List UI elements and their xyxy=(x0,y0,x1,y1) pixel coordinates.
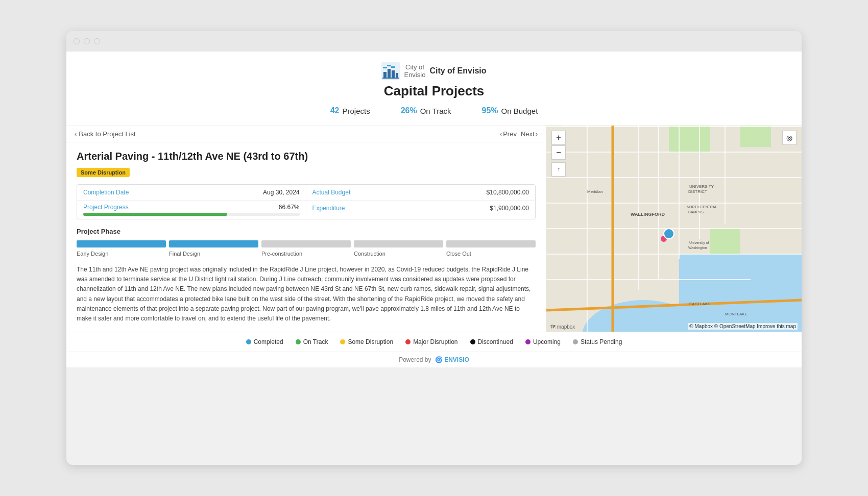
locate-button[interactable]: ◎ xyxy=(782,131,797,145)
progress-bar-bg xyxy=(83,213,300,216)
phase-bar-4 xyxy=(446,240,536,247)
projects-stat: 42 Projects xyxy=(330,106,370,115)
brand-small: City of xyxy=(404,63,425,71)
phase-bars xyxy=(77,240,536,247)
brand-city: Envisio xyxy=(404,71,425,79)
footer-legend: Completed On Track Some Disruption Major… xyxy=(66,332,802,352)
legend-upcoming: Upcoming xyxy=(525,338,561,345)
svg-rect-13 xyxy=(669,126,710,152)
zoom-out-button[interactable]: − xyxy=(551,145,566,160)
status-pending-dot xyxy=(573,339,578,344)
compass-button[interactable]: ↑ xyxy=(551,162,566,177)
completion-date-value: Aug 30, 2024 xyxy=(263,189,299,196)
projects-label: Projects xyxy=(342,107,370,115)
info-bottom-row: Project Progress 66.67% Expenditure $1,9… xyxy=(77,201,535,219)
attribution-text: © Mapbox © OpenStreetMap Improve this ma… xyxy=(689,324,796,329)
svg-rect-1 xyxy=(383,72,387,78)
brand-logo xyxy=(381,62,400,80)
envisio-logo: 🌀 ENVISIO xyxy=(435,356,469,363)
upcoming-dot xyxy=(525,339,531,344)
svg-rect-7 xyxy=(391,66,395,68)
svg-text:University of: University of xyxy=(689,241,709,245)
info-grid: Completion Date Aug 30, 2024 Actual Budg… xyxy=(77,184,536,219)
legend-major-disruption: Major Disruption xyxy=(405,338,457,345)
on-budget-pct: 95% xyxy=(482,106,498,115)
svg-rect-6 xyxy=(387,65,391,66)
page-title: Capital Projects xyxy=(77,83,791,99)
app-window: City of Envisio City of Envisio Capital … xyxy=(66,31,802,465)
project-title: Arterial Paving - 11th/12th Ave NE (43rd… xyxy=(77,151,536,162)
on-track-dot xyxy=(296,339,301,344)
svg-rect-15 xyxy=(710,229,740,254)
prev-next-nav: ‹ Prev Next › xyxy=(500,130,538,138)
content-area: City of Envisio City of Envisio Capital … xyxy=(66,52,802,367)
back-to-list-button[interactable]: ‹ Back to Project List xyxy=(75,130,136,138)
prev-arrow-icon: ‹ xyxy=(500,130,502,138)
expenditure-label: Expenditure xyxy=(312,205,345,215)
on-budget-label: On Budget xyxy=(501,107,538,115)
legend-some-disruption: Some Disruption xyxy=(340,338,393,345)
expenditure-cell: Expenditure $1,900,000.00 xyxy=(306,201,536,219)
project-progress-cell: Project Progress 66.67% xyxy=(77,201,306,219)
major-disruption-dot xyxy=(405,339,411,344)
back-arrow-icon: ‹ xyxy=(75,130,77,138)
zoom-in-button[interactable]: + xyxy=(551,131,566,145)
actual-budget-value: $10,800,000.00 xyxy=(487,189,529,196)
completed-label: Completed xyxy=(254,338,283,345)
nav-bar: ‹ Back to Project List ‹ Prev Next › xyxy=(66,126,546,142)
project-progress-value: 66.67% xyxy=(279,204,300,211)
some-disruption-label: Some Disruption xyxy=(348,338,393,345)
on-track-legend-label: On Track xyxy=(303,338,328,345)
some-disruption-dot xyxy=(340,339,345,344)
phase-label-4: Close Out xyxy=(446,251,536,257)
svg-text:CAMPUS: CAMPUS xyxy=(688,210,704,214)
phase-bar-2 xyxy=(261,240,351,247)
project-detail: Arterial Paving - 11th/12th Ave NE (43rd… xyxy=(66,142,546,332)
svg-text:NORTH CENTRAL: NORTH CENTRAL xyxy=(687,205,717,209)
prev-button[interactable]: ‹ Prev xyxy=(500,130,517,138)
back-label: Back to Project List xyxy=(79,130,135,138)
on-budget-stat: 95% On Budget xyxy=(482,106,538,115)
next-button[interactable]: Next › xyxy=(521,130,538,138)
phase-section-title: Project Phase xyxy=(77,228,536,235)
svg-text:MONTLAKE: MONTLAKE xyxy=(725,312,748,316)
discontinued-dot xyxy=(470,339,475,344)
brand-full-name: City of Envisio xyxy=(429,66,486,76)
on-track-stat: 26% On Track xyxy=(401,106,451,115)
svg-rect-4 xyxy=(396,73,398,78)
map-background: 5 520 WALLINGFORD UNIVERSITY DISTRICT NO… xyxy=(546,126,802,332)
legend-status-pending: Status Pending xyxy=(573,338,622,345)
powered-by-text: Powered by xyxy=(399,356,431,363)
project-progress-label: Project Progress xyxy=(83,204,129,211)
svg-rect-3 xyxy=(392,70,395,78)
disruption-badge: Some Disruption xyxy=(77,168,130,177)
info-top-row: Completion Date Aug 30, 2024 Actual Budg… xyxy=(77,185,535,201)
next-label: Next xyxy=(521,130,535,138)
next-arrow-icon: › xyxy=(536,130,538,138)
brand-text-group: City of Envisio xyxy=(404,63,425,79)
completed-dot xyxy=(246,339,251,344)
project-description: The 11th and 12th Ave NE paving project … xyxy=(77,265,536,324)
titlebar xyxy=(66,31,802,52)
discontinued-label: Discontinued xyxy=(478,338,513,345)
legend-completed: Completed xyxy=(246,338,283,345)
svg-text:EASTLAKE: EASTLAKE xyxy=(689,302,710,306)
map-panel[interactable]: 5 520 WALLINGFORD UNIVERSITY DISTRICT NO… xyxy=(546,126,802,332)
legend-discontinued: Discontinued xyxy=(470,338,513,345)
prev-label: Prev xyxy=(503,130,517,138)
powered-by-footer: Powered by 🌀 ENVISIO xyxy=(66,352,802,367)
phase-label-3: Construction xyxy=(354,251,443,257)
svg-text:UNIVERSITY: UNIVERSITY xyxy=(689,184,714,189)
phase-bar-3 xyxy=(354,240,443,247)
completion-date-label: Completion Date xyxy=(83,189,129,196)
map-attribution: © Mapbox © OpenStreetMap Improve this ma… xyxy=(688,323,798,330)
on-track-pct: 26% xyxy=(401,106,417,115)
stats-row: 42 Projects 26% On Track 95% On Budget xyxy=(77,106,791,115)
actual-budget-cell: Actual Budget $10,800,000.00 xyxy=(306,185,536,201)
map-logo: 🗺 mapbox xyxy=(550,324,575,330)
phase-bar-0 xyxy=(77,240,166,247)
maximize-dot xyxy=(94,38,100,44)
svg-text:Washington: Washington xyxy=(688,246,707,250)
project-phase-section: Project Phase Early Design Final Design … xyxy=(77,228,536,257)
completion-date-cell: Completion Date Aug 30, 2024 xyxy=(77,185,306,201)
